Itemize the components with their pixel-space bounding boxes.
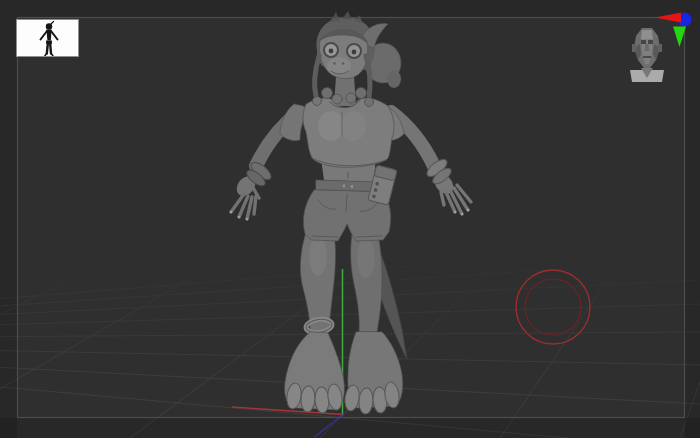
scene-canvas[interactable] (0, 0, 700, 438)
head-icon-mouth (643, 56, 651, 58)
pose-thumbnail[interactable] (16, 19, 79, 57)
pose-thumbnail-figure-icon (17, 20, 78, 56)
viewport-3d[interactable] (0, 0, 700, 438)
gizmo-x-arrow-icon[interactable] (655, 13, 681, 23)
head-icon-ear (632, 44, 636, 52)
thigh-highlight-right (357, 238, 375, 278)
nostril (342, 62, 344, 64)
axis-gizmo[interactable] (650, 8, 694, 52)
braid-bead (313, 97, 322, 106)
nostril (333, 62, 335, 64)
braid-bead (365, 98, 374, 107)
waist-button (350, 184, 354, 188)
ear-lobe[interactable] (387, 70, 401, 88)
waist-button (342, 184, 346, 188)
thigh-highlight-left (309, 236, 327, 276)
muzzle (327, 57, 351, 75)
character-model[interactable] (230, 11, 471, 414)
chest-highlight (340, 111, 366, 141)
gizmo-y-arrow-icon[interactable] (673, 27, 686, 48)
